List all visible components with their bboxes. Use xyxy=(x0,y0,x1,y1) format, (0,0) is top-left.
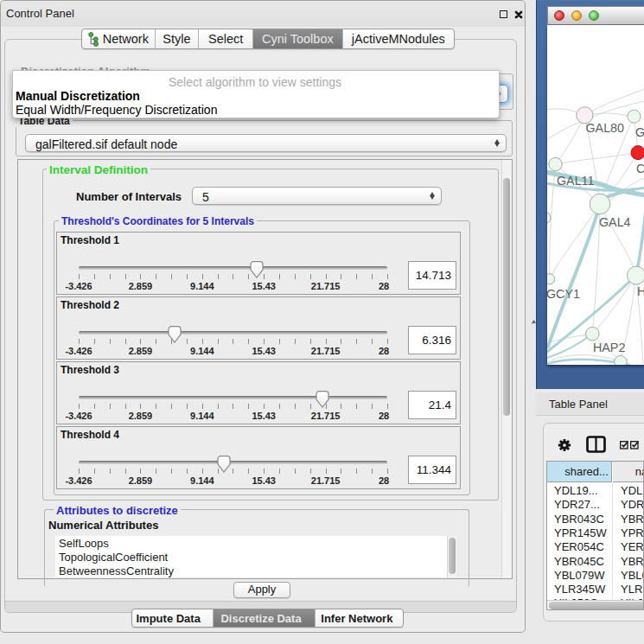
svg-text:G: G xyxy=(635,125,644,139)
svg-text:GAL4: GAL4 xyxy=(599,215,631,229)
svg-text:HAP2: HAP2 xyxy=(593,341,625,354)
svg-text:H: H xyxy=(637,284,644,298)
svg-text:C: C xyxy=(636,162,644,175)
svg-text:GCY1: GCY1 xyxy=(547,287,580,301)
svg-text:GAL80: GAL80 xyxy=(586,121,625,135)
svg-text:GAL11: GAL11 xyxy=(557,174,594,188)
